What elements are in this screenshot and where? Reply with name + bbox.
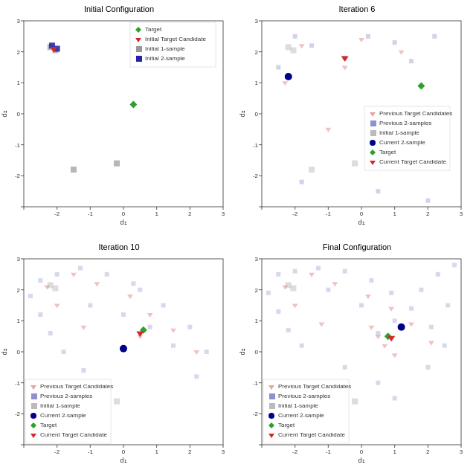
panel-iter6: Iteration 6 [238, 0, 476, 238]
panel-final: Final Configuration [238, 238, 476, 476]
title-iter6: Iteration 6 [238, 4, 476, 13]
main-grid: Initial Configuration Iteration 6 Iterat… [0, 0, 476, 476]
title-initial: Initial Configuration [0, 4, 238, 13]
panel-initial: Initial Configuration [0, 0, 238, 238]
title-iter10: Iteration 10 [0, 242, 238, 251]
panel-iter10: Iteration 10 [0, 238, 238, 476]
title-final: Final Configuration [238, 242, 476, 251]
